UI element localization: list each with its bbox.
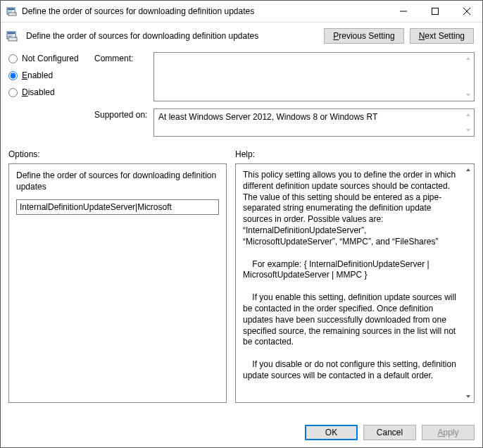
cancel-button[interactable]: Cancel bbox=[363, 425, 416, 440]
options-panel: Define the order of sources for download… bbox=[8, 163, 227, 403]
comment-textarea[interactable] bbox=[153, 52, 475, 101]
svg-marker-17 bbox=[466, 129, 470, 132]
scroll-up-icon[interactable] bbox=[463, 54, 473, 63]
radio-enabled-label: Enabled bbox=[22, 70, 53, 80]
policy-icon bbox=[6, 30, 19, 42]
svg-rect-3 bbox=[8, 11, 13, 11]
svg-rect-2 bbox=[8, 8, 14, 10]
comment-scrollbar[interactable] bbox=[463, 54, 473, 100]
state-radio-group: Not Configured Enabled Disabled bbox=[8, 52, 86, 144]
radio-not-configured-label: Not Configured bbox=[22, 54, 79, 63]
radio-enabled-input[interactable] bbox=[8, 71, 18, 80]
svg-rect-4 bbox=[8, 12, 11, 13]
supported-scrollbar bbox=[463, 110, 473, 135]
options-heading: Options: bbox=[8, 149, 227, 159]
radio-disabled-input[interactable] bbox=[8, 88, 18, 97]
close-button[interactable] bbox=[451, 1, 482, 22]
help-heading: Help: bbox=[235, 149, 475, 159]
maximize-button[interactable] bbox=[419, 1, 451, 22]
svg-marker-14 bbox=[466, 57, 470, 60]
header-row: Define the order of sources for download… bbox=[1, 23, 482, 52]
supported-on-text: At least Windows Server 2012, Windows 8 … bbox=[158, 112, 377, 122]
apply-button[interactable]: Apply bbox=[422, 425, 475, 440]
policy-title: Define the order of sources for download… bbox=[26, 31, 317, 41]
radio-not-configured[interactable]: Not Configured bbox=[8, 54, 86, 63]
svg-rect-10 bbox=[8, 37, 17, 41]
radio-disabled-label: Disabled bbox=[22, 87, 55, 97]
svg-marker-18 bbox=[466, 168, 470, 171]
option-label: Define the order of sources for download… bbox=[16, 170, 219, 192]
option-input[interactable] bbox=[16, 199, 219, 215]
help-text: This policy setting allows you to define… bbox=[243, 170, 460, 382]
next-setting-button[interactable]: Next Setting bbox=[410, 28, 474, 44]
scroll-up-icon bbox=[463, 110, 473, 120]
scroll-down-icon[interactable] bbox=[463, 392, 473, 402]
window-controls bbox=[387, 1, 482, 22]
svg-rect-6 bbox=[432, 8, 438, 15]
window-title: Define the order of sources for download… bbox=[22, 6, 387, 16]
supported-on-box: At least Windows Server 2012, Windows 8 … bbox=[153, 108, 475, 137]
svg-marker-15 bbox=[466, 94, 470, 97]
minimize-button[interactable] bbox=[387, 1, 419, 22]
previous-setting-button[interactable]: Previous Setting bbox=[324, 28, 403, 44]
svg-rect-11 bbox=[8, 32, 15, 34]
help-panel: This policy setting allows you to define… bbox=[235, 163, 475, 403]
radio-disabled[interactable]: Disabled bbox=[8, 87, 86, 97]
svg-marker-19 bbox=[466, 395, 470, 398]
radio-enabled[interactable]: Enabled bbox=[8, 70, 86, 80]
help-scrollbar[interactable] bbox=[463, 165, 473, 402]
svg-marker-16 bbox=[466, 113, 470, 116]
title-bar: Define the order of sources for download… bbox=[1, 1, 482, 23]
comment-label: Comment: bbox=[94, 52, 149, 101]
app-icon bbox=[6, 6, 18, 17]
scroll-up-icon[interactable] bbox=[463, 165, 473, 175]
svg-rect-12 bbox=[8, 35, 13, 35]
scroll-down-icon[interactable] bbox=[463, 90, 473, 100]
svg-rect-1 bbox=[8, 13, 16, 15]
gpo-editor-window: Define the order of sources for download… bbox=[0, 0, 483, 448]
svg-rect-13 bbox=[8, 36, 12, 37]
dialog-buttons: OK Cancel Apply bbox=[305, 425, 475, 440]
supported-on-label: Supported on: bbox=[94, 108, 149, 137]
ok-button[interactable]: OK bbox=[305, 425, 358, 440]
radio-not-configured-input[interactable] bbox=[8, 54, 18, 63]
scroll-down-icon bbox=[463, 125, 473, 135]
